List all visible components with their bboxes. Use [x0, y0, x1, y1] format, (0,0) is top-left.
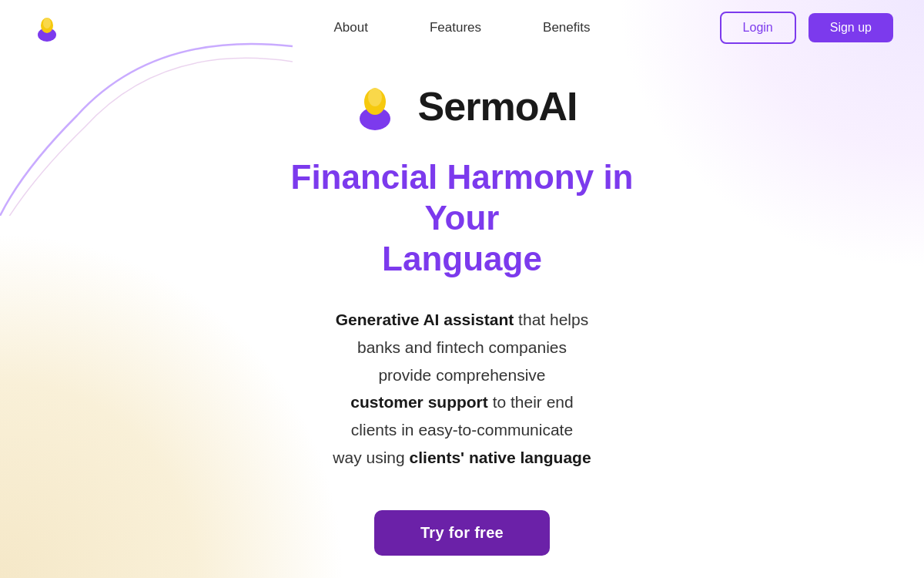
- desc-bold-3: clients' native language: [410, 449, 591, 466]
- brand-section: SermoAI: [347, 79, 578, 134]
- desc-bold-1: Generative AI assistant: [336, 311, 514, 328]
- hero-description: Generative AI assistant that helps banks…: [333, 306, 591, 471]
- brand-name: SermoAI: [418, 83, 578, 129]
- desc-text-1: that helps: [514, 311, 588, 328]
- main-content: SermoAI Financial Harmony in Your Langua…: [0, 55, 924, 556]
- desc-text-6: way using: [333, 449, 409, 466]
- desc-text-3: provide comprehensive: [378, 366, 545, 384]
- brand-logo-large: [347, 79, 403, 134]
- signup-button[interactable]: Sign up: [808, 13, 893, 42]
- desc-text-4: to their end: [488, 393, 574, 411]
- nav-links: About Features Benefits: [334, 20, 591, 35]
- nav-link-about[interactable]: About: [334, 20, 368, 35]
- login-button[interactable]: Login: [720, 12, 796, 44]
- logo-icon: [31, 12, 63, 44]
- nav-actions: Login Sign up: [720, 12, 893, 44]
- desc-text-2: banks and fintech companies: [357, 338, 567, 356]
- nav-link-benefits[interactable]: Benefits: [543, 20, 590, 35]
- desc-bold-2: customer support: [350, 393, 488, 411]
- svg-point-5: [368, 88, 382, 106]
- hero-headline: Financial Harmony in Your Language: [250, 157, 674, 279]
- nav-logo: [31, 12, 63, 44]
- desc-text-5: clients in easy-to-communicate: [351, 421, 573, 439]
- cta-button[interactable]: Try for free: [374, 510, 550, 556]
- navbar: About Features Benefits Login Sign up: [0, 0, 924, 55]
- nav-link-features[interactable]: Features: [430, 20, 481, 35]
- svg-point-2: [43, 18, 51, 29]
